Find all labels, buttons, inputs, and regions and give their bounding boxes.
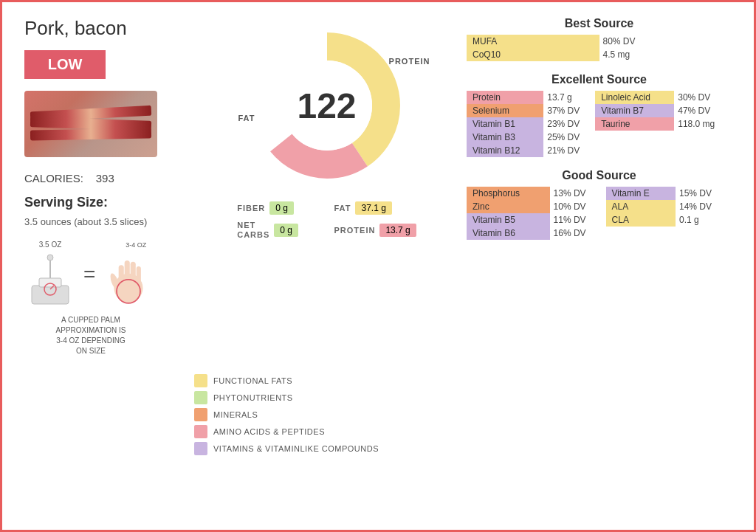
- good-val: 13% DV: [550, 187, 606, 200]
- exc-val: 13.7 g: [543, 91, 595, 104]
- fiber-label: FIBER: [237, 204, 265, 213]
- hand-container: 3-4 OZ: [103, 241, 154, 308]
- table-row: Protein 13.7 g Linoleic Acid 30% DV: [467, 91, 732, 104]
- exc-val: 37% DV: [543, 104, 595, 117]
- good-val: 16% DV: [550, 227, 606, 240]
- best-item-name-2: CoQ10: [467, 48, 599, 61]
- bacon-visual: [24, 91, 157, 157]
- bacon-strip-3: [30, 128, 151, 141]
- left-column: Pork, bacon LOW CALORIES: 393 Serving Si…: [24, 17, 187, 515]
- donut-fat-label: FAT: [238, 114, 255, 122]
- macro-fat: FAT 37.1 g: [334, 201, 416, 215]
- excellent-source-title: Excellent Source: [467, 73, 732, 86]
- exc-val: 23% DV: [543, 117, 595, 131]
- serving-visual: 3.5 OZ = 3-4 OZ: [24, 241, 187, 308]
- exc-val: 118.0 mg: [674, 117, 732, 131]
- serving-desc: 3.5 ounces (about 3.5 slices): [24, 216, 187, 227]
- table-row: Vitamin B12 21% DV: [467, 144, 732, 157]
- good-name: Phosphorus: [467, 187, 550, 200]
- table-row: MUFA 80% DV: [467, 35, 732, 48]
- table-row: Phosphorus 13% DV Vitamin E 15% DV: [467, 187, 732, 200]
- legend-swatch-4: [194, 425, 207, 438]
- table-row: Vitamin B3 25% DV: [467, 131, 732, 144]
- svg-rect-1: [39, 278, 61, 287]
- legend-item-1: FUNCTIONAL FATS: [194, 374, 459, 387]
- exc-name: Vitamin B1: [467, 117, 543, 131]
- scale-container: 3.5 OZ: [24, 241, 76, 308]
- donut-container: 122 FAT PROTEIN: [246, 24, 408, 187]
- exc-val: 21% DV: [543, 144, 595, 157]
- table-row: Vitamin B6 16% DV: [467, 227, 732, 240]
- best-source-section: Best Source MUFA 80% DV CoQ10 4.5 mg: [467, 17, 732, 61]
- calories-label: CALORIES:: [24, 172, 83, 184]
- best-source-title: Best Source: [467, 17, 732, 30]
- legend-item-5: VITAMINS & VITAMINLIKE COMPOUNDS: [194, 442, 459, 455]
- good-name: ALA: [606, 200, 676, 213]
- legend-swatch-5: [194, 442, 207, 455]
- macros-grid: FIBER 0 g FAT 37.1 g NETCARBS 0 g PROTEI…: [237, 201, 416, 240]
- svg-rect-8: [125, 260, 130, 287]
- oz-label-1: 3.5 OZ: [39, 241, 62, 249]
- serving-caption: A CUPPED PALMAPPROXIMATION IS3-4 OZ DEPE…: [24, 315, 157, 356]
- legend-section: FUNCTIONAL FATS PHYTONUTRIENTS MINERALS …: [194, 367, 459, 515]
- right-column: Best Source MUFA 80% DV CoQ10 4.5 mg Exc…: [467, 17, 732, 515]
- exc-val: 25% DV: [543, 131, 595, 144]
- carbs-label: NETCARBS: [237, 221, 269, 240]
- good-name: Vitamin E: [606, 187, 676, 200]
- good-name: CLA: [606, 213, 676, 227]
- scale-icon: [24, 249, 76, 308]
- donut-center-value: 122: [297, 86, 356, 126]
- best-item-value-2: 4.5 mg: [599, 48, 732, 61]
- donut-section: 122 FAT PROTEIN FIBER 0 g FAT 37.1 g NET…: [194, 17, 459, 359]
- carbs-value: 0 g: [274, 224, 298, 237]
- legend-label-5: VITAMINS & VITAMINLIKE COMPOUNDS: [213, 444, 379, 453]
- legend-item-4: AMINO ACIDS & PEPTIDES: [194, 425, 459, 438]
- hand-icon: [103, 249, 154, 308]
- exc-name: Vitamin B3: [467, 131, 543, 144]
- legend-swatch-3: [194, 408, 207, 421]
- legend-label-3: MINERALS: [213, 410, 258, 419]
- good-val: 11% DV: [550, 213, 606, 227]
- best-item-value-1: 80% DV: [599, 35, 732, 48]
- excellent-source-table: Protein 13.7 g Linoleic Acid 30% DV Sele…: [467, 91, 732, 157]
- exc-name: Vitamin B7: [595, 104, 674, 117]
- exc-name: Selenium: [467, 104, 543, 117]
- good-val: 14% DV: [676, 200, 732, 213]
- exc-val: 47% DV: [674, 104, 732, 117]
- good-name: Vitamin B6: [467, 227, 550, 240]
- equals-sign: =: [83, 263, 95, 286]
- exc-val: 30% DV: [674, 91, 732, 104]
- macro-carbs: NETCARBS 0 g: [237, 221, 319, 240]
- svg-point-3: [47, 255, 53, 260]
- fiber-value: 0 g: [269, 201, 294, 215]
- legend-item-3: MINERALS: [194, 408, 459, 421]
- exc-name: Linoleic Acid: [595, 91, 674, 104]
- good-source-table: Phosphorus 13% DV Vitamin E 15% DV Zinc …: [467, 187, 732, 240]
- fat-label: FAT: [334, 204, 351, 213]
- legend-swatch-2: [194, 391, 207, 404]
- protein-label: PROTEIN: [334, 226, 376, 235]
- low-badge: LOW: [24, 50, 106, 79]
- good-source-section: Good Source Phosphorus 13% DV Vitamin E …: [467, 169, 732, 240]
- legend-item-2: PHYTONUTRIENTS: [194, 391, 459, 404]
- excellent-source-section: Excellent Source Protein 13.7 g Linoleic…: [467, 73, 732, 157]
- table-row: Vitamin B1 23% DV Taurine 118.0 mg: [467, 117, 732, 131]
- good-source-title: Good Source: [467, 169, 732, 182]
- exc-name: Vitamin B12: [467, 144, 543, 157]
- legend-label-2: PHYTONUTRIENTS: [213, 393, 293, 402]
- food-image: [24, 91, 157, 157]
- table-row: Vitamin B5 11% DV CLA 0.1 g: [467, 213, 732, 227]
- protein-value: 13.7 g: [379, 224, 416, 237]
- macro-fiber: FIBER 0 g: [237, 201, 319, 215]
- good-name: Vitamin B5: [467, 213, 550, 227]
- legend-label-4: AMINO ACIDS & PEPTIDES: [213, 427, 325, 436]
- good-name: Zinc: [467, 200, 550, 213]
- exc-name: Taurine: [595, 117, 674, 131]
- macro-protein: PROTEIN 13.7 g: [334, 221, 416, 240]
- calories-line: CALORIES: 393: [24, 172, 187, 184]
- oz-label-2: 3-4 OZ: [126, 241, 146, 249]
- table-row: Selenium 37% DV Vitamin B7 47% DV: [467, 104, 732, 117]
- good-val: 15% DV: [676, 187, 732, 200]
- best-item-name-1: MUFA: [467, 35, 599, 48]
- best-source-table: MUFA 80% DV CoQ10 4.5 mg: [467, 35, 732, 61]
